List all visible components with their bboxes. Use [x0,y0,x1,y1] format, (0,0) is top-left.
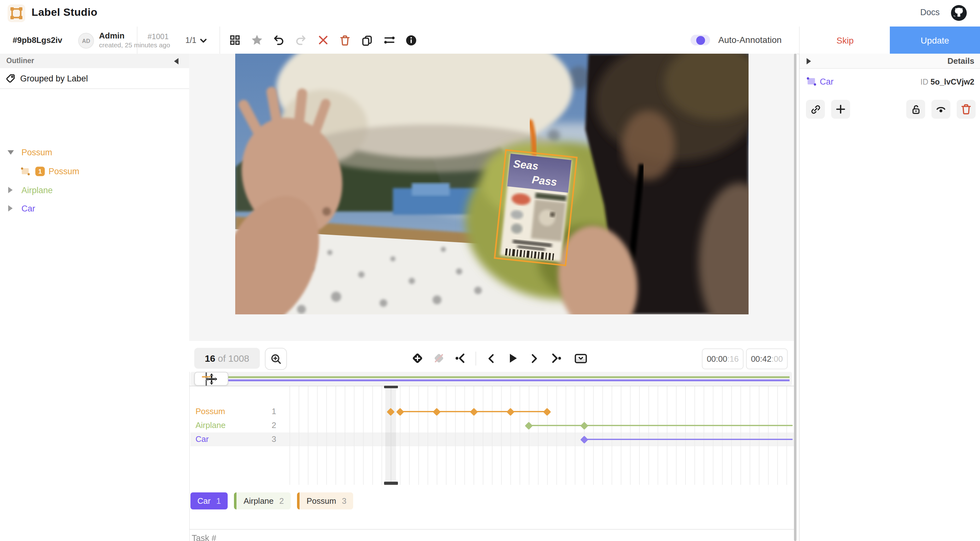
task-id: #9pb8Lgs2iv [13,35,62,45]
group-label: Car [21,204,35,213]
remove-keyframe-button[interactable] [433,352,445,365]
lock-region-button[interactable] [906,100,925,119]
reset-icon[interactable] [317,34,329,46]
prev-keyframe-button[interactable] [454,352,467,365]
outliner-header: Outliner [0,54,189,68]
time-total: 00:42:00 [746,348,788,369]
task-footer-label: Task # [192,533,216,541]
keyframe-diamond[interactable] [525,421,533,429]
user-name: Admin [99,31,124,40]
add-keyframe-button[interactable] [411,352,424,365]
keyframe-segment[interactable] [400,411,547,413]
caret-right-icon[interactable] [8,187,13,193]
caret-down-icon[interactable] [8,150,14,154]
keyframe-diamond[interactable] [387,407,395,415]
play-button[interactable] [506,352,519,365]
grouping-selector[interactable]: Grouped by Label [0,68,189,89]
minimap-airplane-line [213,376,789,378]
prev-frame-button[interactable] [485,352,498,365]
info-icon[interactable] [405,34,417,46]
next-frame-button[interactable] [528,352,541,365]
track-number: 3 [265,434,276,444]
track-number: 2 [265,420,276,430]
controls-separator [476,351,476,365]
playback-buttons [411,348,587,369]
playhead-marker[interactable] [384,482,398,485]
frame-of: of [218,353,226,364]
link-region-button[interactable] [806,100,825,119]
annotation-toolbar: #9pb8Lgs2iv AD Admin created, 25 minutes… [0,27,980,54]
outliner-title: Outliner [6,57,34,64]
delete-region-button[interactable] [957,100,975,119]
label-pill-car[interactable]: Car 1 [191,492,228,509]
outliner-group-car[interactable]: Car [0,201,189,216]
timeline-tracks[interactable]: Possum 1 Airplane 2 Car 3 [191,386,797,485]
docs-link[interactable]: Docs [920,8,940,17]
undo-icon[interactable] [272,34,285,46]
chevron-down-icon[interactable] [199,37,207,45]
copy-annotation-icon[interactable] [361,34,373,46]
created-timestamp: created, 25 minutes ago [99,41,170,49]
collapse-panel-icon[interactable] [174,58,178,64]
keyframe-diamond[interactable] [433,407,441,415]
keyframe-diamond[interactable] [543,407,551,415]
pill-hotkey: 2 [279,496,284,506]
details-panel: Details Car ID 5o_lvCVjw2 [799,54,980,541]
grouping-label: Grouped by Label [20,73,88,83]
redo-icon[interactable] [294,34,307,46]
hide-region-button[interactable] [931,100,950,119]
compare-predictions-icon[interactable] [383,34,395,46]
label-studio-app: Label Studio Docs #9pb8Lgs2iv AD Admin c… [0,0,980,541]
keyframe-segment[interactable] [529,425,793,426]
label-pill-possum[interactable]: Possum 3 [297,492,353,509]
region-label: Possum [49,166,80,176]
next-keyframe-button[interactable] [549,352,562,365]
time-current[interactable]: 00:00:16 [702,348,743,369]
frame-current: 16 [205,353,215,364]
frame-counter[interactable]: 16 of 1008 [194,348,260,369]
outliner-group-airplane[interactable]: Airplane [0,182,189,198]
label-pill-airplane[interactable]: Airplane 2 [234,492,291,509]
track-label-possum[interactable]: Possum [196,407,225,416]
time-current-frames: :16 [727,354,738,364]
star-icon[interactable] [250,34,263,46]
time-total-frames: :00 [771,354,783,364]
keyframe-diamond[interactable] [469,407,477,415]
region-id-value: 5o_lvCVjw2 [931,78,974,86]
zoom-in-button[interactable] [265,348,287,370]
auto-annotation-toggle[interactable] [690,35,710,45]
delete-annotation-icon[interactable] [339,34,351,46]
label-studio-logo-icon [8,5,25,22]
video-frame[interactable]: Seas Pass [235,54,749,314]
frame-total: 1008 [228,353,250,364]
details-title: Details [948,56,974,65]
time-current-main: 00:00 [706,354,727,364]
move-cursor-icon [205,373,218,385]
outliner-group-possum[interactable]: Possum [0,145,189,160]
track-label-airplane[interactable]: Airplane [196,420,226,430]
minimap-car-line [215,380,789,381]
avatar: AD [78,33,94,49]
keyframe-diamond[interactable] [396,407,404,415]
add-relation-button[interactable] [831,100,850,119]
skip-button[interactable]: Skip [799,27,891,54]
keyframe-diamond[interactable] [580,421,588,429]
caret-right-icon[interactable] [8,205,13,211]
collapse-details-icon[interactable] [807,58,811,64]
pill-label: Possum [307,496,336,506]
outliner-region-possum[interactable]: 1 Possum [0,163,189,179]
selected-region-row[interactable]: Car ID 5o_lvCVjw2 [800,75,980,91]
grid-view-icon[interactable] [228,34,241,46]
pill-label: Car [197,496,211,506]
pill-hotkey: 3 [342,496,346,506]
interpolation-toggle-button[interactable] [574,352,587,365]
region-bounding-box[interactable] [495,150,577,265]
github-icon[interactable] [950,5,967,21]
video-controls: 16 of 1008 [189,341,797,372]
details-header: Details [800,54,980,69]
keyframe-diamond[interactable] [506,407,514,415]
timeline-minimap[interactable] [191,372,792,386]
scrollbar[interactable] [794,54,797,541]
track-label-car[interactable]: Car [196,434,209,444]
update-button[interactable]: Update [890,27,980,54]
